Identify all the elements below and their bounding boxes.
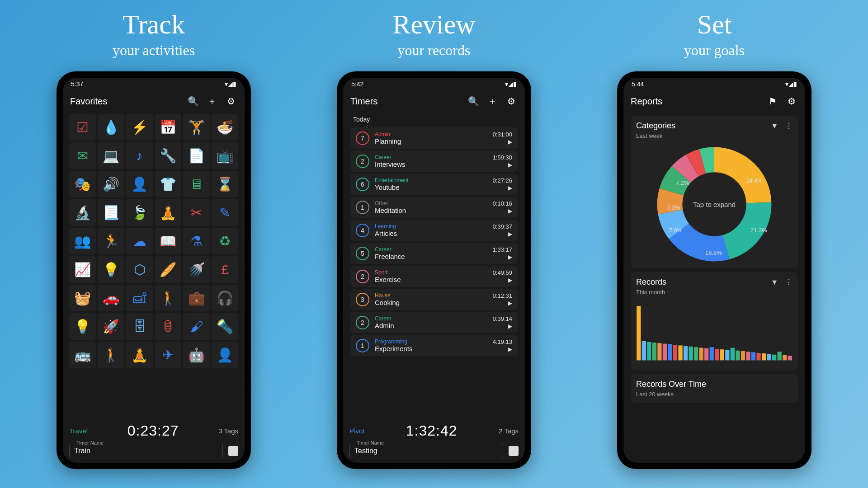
activity-bus-icon[interactable]: 🚌: [69, 342, 96, 368]
timer-name-input[interactable]: [354, 447, 498, 455]
search-icon[interactable]: 🔍: [187, 95, 199, 108]
search-icon[interactable]: 🔍: [467, 95, 480, 108]
activity-hanger-icon[interactable]: 👕: [155, 171, 181, 197]
activity-wrench-icon[interactable]: 🔧: [155, 142, 181, 169]
play-icon[interactable]: ▶: [493, 254, 512, 260]
activity-people-icon[interactable]: 👥: [69, 228, 96, 254]
play-icon[interactable]: ▶: [493, 346, 512, 352]
add-icon[interactable]: ＋: [206, 95, 218, 108]
activity-yoga-icon[interactable]: 🧘: [126, 342, 153, 368]
timer-tags[interactable]: 3 Tags: [218, 427, 238, 435]
activity-dumbbell-icon[interactable]: 🏋: [183, 114, 210, 141]
activity-headphones-icon[interactable]: 🎧: [212, 285, 238, 311]
report-categories[interactable]: Categories ▼ ⋮ Last week Tap to expand 2…: [631, 116, 798, 268]
gear-icon[interactable]: ⚙: [225, 95, 237, 108]
play-icon[interactable]: ▶: [493, 323, 512, 329]
activity-speaker-icon[interactable]: 🔊: [98, 171, 124, 197]
timer-row[interactable]: 2 Career Interviews 1:59:30 ▶: [350, 150, 518, 172]
activity-drop-icon[interactable]: 💧: [98, 114, 124, 141]
activity-robot-icon[interactable]: 🤖: [183, 342, 210, 368]
activity-lamp-icon[interactable]: 💡: [69, 313, 96, 340]
gear-icon[interactable]: ⚙: [785, 95, 798, 108]
activity-masks-icon[interactable]: 🎭: [69, 171, 96, 197]
activity-brush-icon[interactable]: 🖌: [183, 313, 210, 340]
activity-microscope-icon[interactable]: 🔬: [69, 199, 96, 226]
activity-car-icon[interactable]: 🚗: [98, 285, 124, 311]
activity-server-icon[interactable]: 🗄: [126, 313, 153, 340]
activity-basket-icon[interactable]: 🧺: [69, 285, 96, 311]
activity-hourglass-icon[interactable]: ⌛: [212, 171, 238, 197]
timer-row[interactable]: 1 Programming Experiments 4:19:13 ▶: [350, 335, 518, 356]
activity-doc-icon[interactable]: 📄: [183, 142, 210, 169]
stop-button[interactable]: [228, 446, 238, 456]
play-icon[interactable]: ▶: [493, 300, 512, 306]
play-icon[interactable]: ▶: [493, 231, 512, 237]
activity-briefcase-icon[interactable]: 💼: [183, 285, 210, 311]
flag-icon[interactable]: ⚑: [766, 95, 779, 108]
timer-row[interactable]: 4 Learning Articles 0:39:37 ▶: [350, 220, 518, 241]
timer-category[interactable]: Travel: [69, 427, 88, 435]
activity-soup-icon[interactable]: 🍜: [212, 114, 238, 141]
activity-bolt-icon[interactable]: ⚡: [126, 114, 153, 141]
timer-name-field[interactable]: Timer Name: [69, 444, 223, 458]
activity-doc2-icon[interactable]: 📃: [98, 199, 124, 226]
gear-icon[interactable]: ⚙: [505, 95, 518, 108]
activity-shower-icon[interactable]: 🚿: [183, 256, 210, 283]
activity-tv-icon[interactable]: 📺: [212, 142, 238, 169]
timer-name-input[interactable]: [74, 447, 218, 455]
activity-walk-icon[interactable]: 🚶: [98, 342, 124, 368]
timer-row[interactable]: 6 Entertainment Youtube 0:27:26 ▶: [350, 174, 518, 195]
activity-run-icon[interactable]: 🏃: [98, 228, 124, 254]
timer-row[interactable]: 2 Career Admin 0:39:14 ▶: [350, 312, 518, 333]
report-overtime[interactable]: Records Over Time Last 20 weeks: [631, 374, 798, 403]
play-icon[interactable]: ▶: [493, 208, 512, 214]
timer-tags[interactable]: 2 Tags: [499, 427, 519, 435]
activity-recycle-icon[interactable]: ♻: [212, 228, 238, 254]
play-icon[interactable]: ▶: [493, 185, 512, 191]
activity-mail-icon[interactable]: ✉: [69, 142, 96, 169]
activity-hike-icon[interactable]: 🚶: [155, 285, 181, 311]
activity-hex-icon[interactable]: ⬡: [126, 256, 153, 283]
activity-plane-icon[interactable]: ✈: [155, 342, 181, 368]
activity-leaf-icon[interactable]: 🍃: [126, 199, 153, 226]
activity-chart-icon[interactable]: 📈: [69, 256, 96, 283]
timer-row[interactable]: 3 House Cooking 0:12:31 ▶: [350, 289, 518, 310]
add-icon[interactable]: ＋: [486, 95, 499, 108]
timer-row[interactable]: 7 Admin Planning 0:31:00 ▶: [350, 127, 518, 149]
more-icon[interactable]: ⋮: [785, 122, 793, 130]
activity-music-icon[interactable]: ♪: [126, 142, 153, 169]
activity-calendar-icon[interactable]: 📅: [155, 114, 181, 141]
timer-category[interactable]: Pivot: [349, 427, 364, 435]
activity-meditate-icon[interactable]: 🧘: [155, 199, 181, 226]
activity-cloud-icon[interactable]: ☁: [126, 228, 153, 254]
play-icon[interactable]: ▶: [493, 277, 512, 283]
filter-icon[interactable]: ▼: [771, 122, 778, 130]
timer-row[interactable]: 2 Sport Exercise 0:49:59 ▶: [350, 266, 518, 287]
activity-laptop-icon[interactable]: 💻: [98, 142, 124, 169]
more-icon[interactable]: ⋮: [785, 278, 793, 286]
activity-person-icon[interactable]: 👤: [126, 171, 153, 197]
activity-bread-icon[interactable]: 🥖: [155, 256, 181, 283]
activity-compass-icon[interactable]: ✎: [212, 199, 238, 226]
activity-desk-lamp-icon[interactable]: 🔦: [212, 313, 238, 340]
play-icon[interactable]: ▶: [493, 139, 512, 145]
activity-monitor-icon[interactable]: 🖥: [183, 171, 210, 197]
timer-row[interactable]: 5 Career Freelance 1:33:17 ▶: [350, 243, 518, 264]
activity-rocket-icon[interactable]: 🚀: [98, 313, 124, 340]
play-icon[interactable]: ▶: [493, 162, 512, 168]
stop-button[interactable]: [509, 446, 519, 456]
activity-flask-icon[interactable]: ⚗: [183, 228, 210, 254]
activity-scissors-icon[interactable]: ✂: [183, 199, 210, 226]
activity-user-icon[interactable]: 👤: [212, 342, 238, 368]
activity-pound-icon[interactable]: £: [212, 256, 238, 283]
timer-row[interactable]: 1 Other Meditation 0:10:16 ▶: [350, 197, 518, 218]
activity-checklist-icon[interactable]: ☑: [69, 114, 96, 141]
filter-icon[interactable]: ▼: [771, 278, 778, 286]
activity-bulb-icon[interactable]: 💡: [98, 256, 124, 283]
bar-chart[interactable]: [636, 300, 793, 363]
activity-db-icon[interactable]: 🛢: [155, 313, 181, 340]
activity-book-icon[interactable]: 📖: [155, 228, 181, 254]
report-records[interactable]: Records ▼ ⋮ This month: [631, 272, 798, 371]
activity-couch-icon[interactable]: 🛋: [126, 285, 153, 311]
timer-name-field[interactable]: Timer Name: [349, 444, 503, 458]
